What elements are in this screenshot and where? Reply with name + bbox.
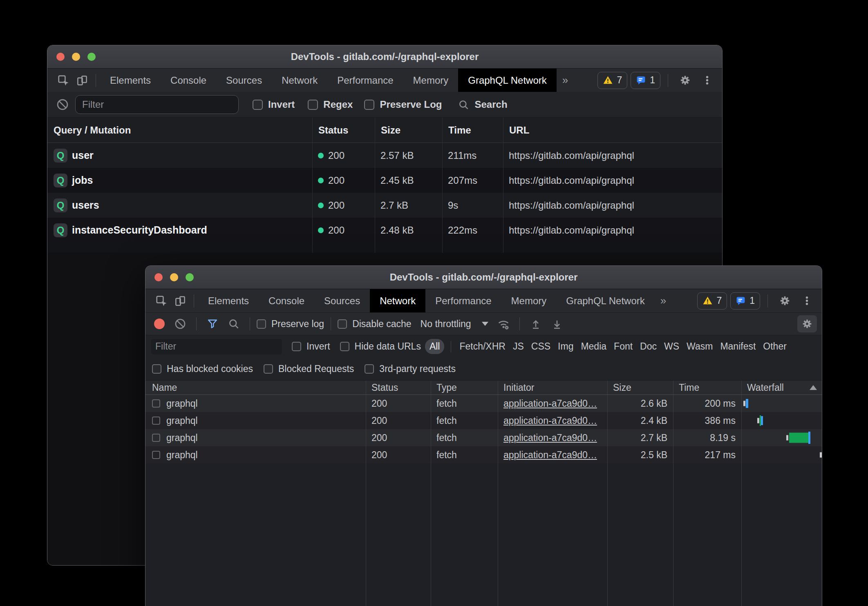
col-size[interactable]: Size bbox=[607, 381, 673, 394]
preserve-log-checkbox[interactable] bbox=[364, 100, 374, 110]
tab-sources[interactable]: Sources bbox=[216, 69, 272, 92]
col-status[interactable]: Status bbox=[366, 381, 431, 394]
network-conditions-icon[interactable] bbox=[494, 315, 513, 333]
initiator-link[interactable]: application-a7ca9d0… bbox=[503, 432, 597, 443]
tab-console[interactable]: Console bbox=[259, 289, 314, 312]
settings-gear-icon[interactable] bbox=[676, 71, 694, 89]
chip-css[interactable]: CSS bbox=[530, 339, 552, 354]
maximize-button[interactable] bbox=[186, 273, 194, 281]
row-checkbox[interactable] bbox=[152, 434, 160, 442]
filter-funnel-icon[interactable] bbox=[203, 315, 222, 333]
col-type[interactable]: Type bbox=[431, 381, 498, 394]
more-options-icon[interactable] bbox=[698, 71, 716, 89]
inspect-element-icon[interactable] bbox=[54, 71, 73, 89]
graphql-row-users[interactable]: Qusers 200 2.7 kB 9s https://gitlab.com/… bbox=[47, 193, 722, 218]
invert-checkbox[interactable] bbox=[292, 342, 301, 351]
col-time[interactable]: Time bbox=[442, 118, 503, 143]
issues-badge[interactable]: 1 bbox=[631, 72, 660, 89]
has-blocked-cookies-group[interactable]: Has blocked cookies bbox=[152, 363, 253, 374]
preserve-log-checkbox[interactable] bbox=[257, 319, 266, 329]
chip-ws[interactable]: WS bbox=[662, 339, 681, 354]
blocked-requests-checkbox[interactable] bbox=[264, 364, 273, 374]
blocked-requests-group[interactable]: Blocked Requests bbox=[264, 363, 354, 374]
close-button[interactable] bbox=[56, 53, 65, 61]
chip-manifest[interactable]: Manifest bbox=[718, 339, 757, 354]
search-icon[interactable] bbox=[224, 315, 243, 333]
invert-checkbox-group[interactable]: Invert bbox=[292, 341, 330, 352]
disable-cache-checkbox[interactable] bbox=[338, 319, 347, 329]
close-button[interactable] bbox=[154, 273, 163, 281]
more-options-icon[interactable] bbox=[797, 292, 816, 310]
tab-elements[interactable]: Elements bbox=[100, 69, 161, 92]
more-tabs-chevron[interactable]: » bbox=[655, 294, 672, 307]
chip-font[interactable]: Font bbox=[612, 339, 634, 354]
graphql-row-instance-security-dashboard[interactable]: QinstanceSecurityDashboard 200 2.48 kB 2… bbox=[47, 218, 722, 243]
tab-console[interactable]: Console bbox=[161, 69, 216, 92]
inspect-element-icon[interactable] bbox=[152, 292, 171, 310]
graphql-row-jobs[interactable]: Qjobs 200 2.45 kB 207ms https://gitlab.c… bbox=[47, 168, 722, 193]
network-row-2[interactable]: graphql 200 fetch application-a7ca9d0… 2… bbox=[145, 412, 822, 429]
clear-icon[interactable] bbox=[171, 315, 190, 333]
network-row-4[interactable]: graphql 200 fetch application-a7ca9d0… 2… bbox=[145, 446, 822, 463]
export-har-icon[interactable] bbox=[548, 315, 566, 333]
chip-all[interactable]: All bbox=[425, 339, 445, 354]
chip-img[interactable]: Img bbox=[556, 339, 575, 354]
col-name[interactable]: Name bbox=[145, 381, 366, 394]
disable-cache-checkbox-group[interactable]: Disable cache bbox=[338, 319, 411, 330]
row-checkbox[interactable] bbox=[152, 399, 160, 408]
device-toolbar-icon[interactable] bbox=[73, 71, 92, 89]
col-url[interactable]: URL bbox=[503, 118, 722, 143]
initiator-link[interactable]: application-a7ca9d0… bbox=[503, 398, 597, 409]
throttling-dropdown[interactable]: No throttling bbox=[421, 319, 488, 330]
col-size[interactable]: Size bbox=[375, 118, 442, 143]
tab-performance[interactable]: Performance bbox=[327, 69, 403, 92]
col-initiator[interactable]: Initiator bbox=[498, 381, 607, 394]
clear-icon[interactable] bbox=[53, 96, 72, 114]
tab-memory[interactable]: Memory bbox=[501, 289, 557, 312]
tab-memory[interactable]: Memory bbox=[403, 69, 459, 92]
regex-checkbox-group[interactable]: Regex bbox=[308, 99, 353, 110]
warnings-badge[interactable]: 7 bbox=[697, 292, 727, 310]
record-button[interactable] bbox=[154, 319, 165, 329]
third-party-requests-checkbox[interactable] bbox=[365, 364, 374, 374]
col-query-mutation[interactable]: Query / Mutation bbox=[47, 118, 312, 143]
search-button[interactable]: Search bbox=[458, 99, 507, 110]
tab-network[interactable]: Network bbox=[370, 289, 425, 312]
preserve-log-checkbox-group[interactable]: Preserve Log bbox=[364, 99, 442, 110]
hide-data-urls-checkbox[interactable] bbox=[340, 342, 349, 351]
more-tabs-chevron[interactable]: » bbox=[557, 74, 574, 87]
filter-input[interactable]: Filter bbox=[75, 95, 239, 114]
chip-js[interactable]: JS bbox=[511, 339, 526, 354]
tab-elements[interactable]: Elements bbox=[198, 289, 259, 312]
row-checkbox[interactable] bbox=[152, 451, 160, 459]
front-titlebar[interactable]: DevTools - gitlab.com/-/graphql-explorer bbox=[145, 266, 822, 289]
network-settings-gear[interactable] bbox=[797, 315, 817, 332]
back-titlebar[interactable]: DevTools - gitlab.com/-/graphql-explorer bbox=[47, 45, 722, 69]
graphql-row-user[interactable]: Quser 200 2.57 kB 211ms https://gitlab.c… bbox=[47, 143, 722, 168]
chip-fetch-xhr[interactable]: Fetch/XHR bbox=[458, 339, 507, 354]
chip-wasm[interactable]: Wasm bbox=[685, 339, 714, 354]
chip-doc[interactable]: Doc bbox=[638, 339, 658, 354]
tab-network[interactable]: Network bbox=[272, 69, 327, 92]
minimize-button[interactable] bbox=[170, 273, 178, 281]
third-party-requests-group[interactable]: 3rd-party requests bbox=[365, 363, 456, 374]
has-blocked-cookies-checkbox[interactable] bbox=[152, 364, 161, 374]
preserve-log-checkbox-group[interactable]: Preserve log bbox=[257, 319, 324, 330]
device-toolbar-icon[interactable] bbox=[171, 292, 190, 310]
network-row-1[interactable]: graphql 200 fetch application-a7ca9d0… 2… bbox=[145, 395, 822, 412]
tab-graphql-network[interactable]: GraphQL Network bbox=[556, 289, 655, 312]
invert-checkbox[interactable] bbox=[253, 100, 263, 110]
invert-checkbox-group[interactable]: Invert bbox=[253, 99, 295, 110]
tab-sources[interactable]: Sources bbox=[314, 289, 370, 312]
col-time[interactable]: Time bbox=[673, 381, 741, 394]
initiator-link[interactable]: application-a7ca9d0… bbox=[503, 450, 597, 461]
network-row-3[interactable]: graphql 200 fetch application-a7ca9d0… 2… bbox=[145, 429, 822, 446]
col-waterfall[interactable]: Waterfall bbox=[741, 381, 822, 394]
warnings-badge[interactable]: 7 bbox=[597, 72, 627, 89]
row-checkbox[interactable] bbox=[152, 417, 160, 425]
import-har-icon[interactable] bbox=[526, 315, 545, 333]
regex-checkbox[interactable] bbox=[308, 100, 318, 110]
minimize-button[interactable] bbox=[72, 53, 80, 61]
filter-input[interactable]: Filter bbox=[151, 339, 282, 354]
maximize-button[interactable] bbox=[87, 53, 96, 61]
